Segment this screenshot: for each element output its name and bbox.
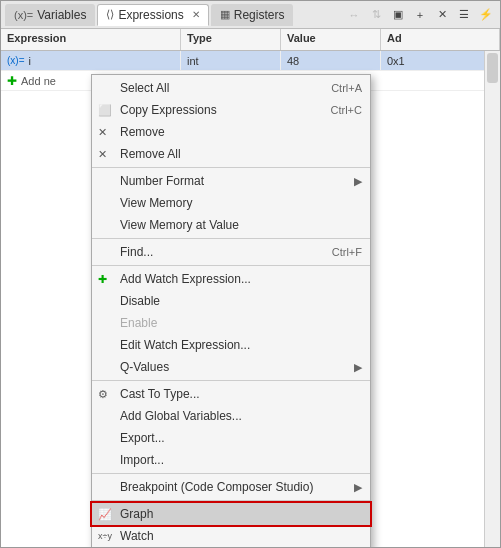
tab-variables[interactable]: (x)= Variables [5,4,95,26]
cell-expression: (x)= i [1,51,181,70]
menu-import-label: Import... [120,453,164,467]
col-type: Type [181,29,281,50]
sep-4 [92,380,370,381]
menu-find[interactable]: Find... Ctrl+F [92,241,370,263]
tab-registers[interactable]: ▦ Registers [211,4,294,26]
scroll-thumb [487,53,498,83]
copy-icon: ⬜ [98,104,112,117]
menu-select-all[interactable]: Select All Ctrl+A [92,77,370,99]
sep-1 [92,167,370,168]
toolbar-btn-4[interactable]: + [410,5,430,25]
add-watch-icon: ✚ [98,273,107,286]
tab-expressions[interactable]: ⟨⟩ Expressions ✕ [97,4,208,26]
cast-icon: ⚙ [98,388,108,401]
menu-graph-label: Graph [120,507,153,521]
menu-edit-watch-label: Edit Watch Expression... [120,338,250,352]
col-addr: Ad [381,29,500,50]
toolbar-btn-1[interactable]: ↔ [344,5,364,25]
expr-var-icon: (x)= [7,55,25,66]
menu-number-format-label: Number Format [120,174,204,188]
add-icon: ✚ [7,74,17,88]
toolbar: ↔ ⇅ ▣ + ✕ ☰ ⚡ [344,5,496,25]
menu-number-format[interactable]: Number Format ▶ [92,170,370,192]
menu-export[interactable]: Export... [92,427,370,449]
watch-icon: x÷y [98,531,112,541]
variables-icon: (x)= [14,9,33,21]
remove-all-icon: ✕ [98,148,107,161]
menu-add-global-variables[interactable]: Add Global Variables... [92,405,370,427]
menu-edit-watch-expression[interactable]: Edit Watch Expression... [92,334,370,356]
menu-remove-all-label: Remove All [120,147,181,161]
toolbar-btn-3[interactable]: ▣ [388,5,408,25]
col-value: Value [281,29,381,50]
sep-2 [92,238,370,239]
menu-find-shortcut: Ctrl+F [332,246,362,258]
menu-view-memory-at-value-label: View Memory at Value [120,218,239,232]
sep-3 [92,265,370,266]
registers-icon: ▦ [220,8,230,21]
menu-view-memory[interactable]: View Memory [92,192,370,214]
menu-view-memory-label: View Memory [120,196,192,210]
cell-value: 48 [281,51,381,70]
menu-add-watch-label: Add Watch Expression... [120,272,251,286]
table-row[interactable]: (x)= i int 48 0x1 [1,51,500,71]
menu-remove-all[interactable]: ✕ Remove All [92,143,370,165]
menu-disable[interactable]: Disable [92,290,370,312]
menu-enable-label: Enable [120,316,157,330]
cell-type: int [181,51,281,70]
menu-import[interactable]: Import... [92,449,370,471]
menu-cast-label: Cast To Type... [120,387,200,401]
menu-breakpoint[interactable]: Breakpoint (Code Composer Studio) ▶ [92,476,370,498]
menu-copy-shortcut: Ctrl+C [331,104,362,116]
context-menu: Select All Ctrl+A ⬜ Copy Expressions Ctr… [91,74,371,547]
col-expression: Expression [1,29,181,50]
sep-6 [92,500,370,501]
menu-add-global-label: Add Global Variables... [120,409,242,423]
menu-q-values[interactable]: Q-Values ▶ [92,356,370,378]
toolbar-btn-2[interactable]: ⇅ [366,5,386,25]
menu-q-values-label: Q-Values [120,360,169,374]
menu-watch-label: Watch [120,529,154,543]
tab-variables-label: Variables [37,8,86,22]
toolbar-btn-5[interactable]: ✕ [432,5,452,25]
add-row-label: Add ne [21,75,56,87]
tab-registers-label: Registers [234,8,285,22]
expressions-icon: ⟨⟩ [106,8,114,21]
q-values-arrow: ▶ [354,361,362,374]
toolbar-btn-7[interactable]: ⚡ [476,5,496,25]
number-format-arrow: ▶ [354,175,362,188]
tab-bar: (x)= Variables ⟨⟩ Expressions ✕ ▦ Regist… [1,1,500,29]
menu-add-watch-expression[interactable]: ✚ Add Watch Expression... [92,268,370,290]
menu-view-memory-at-value[interactable]: View Memory at Value [92,214,370,236]
menu-find-label: Find... [120,245,153,259]
menu-graph[interactable]: 📈 Graph [92,503,370,525]
menu-cast-to-type[interactable]: ⚙ Cast To Type... [92,383,370,405]
menu-disable-label: Disable [120,294,160,308]
graph-icon: 📈 [98,508,112,521]
cell-addr: 0x1 [381,51,500,70]
tab-expressions-label: Expressions [118,8,183,22]
menu-watch[interactable]: x÷y Watch [92,525,370,547]
menu-select-all-shortcut: Ctrl+A [331,82,362,94]
menu-remove-label: Remove [120,125,165,139]
menu-copy-expressions[interactable]: ⬜ Copy Expressions Ctrl+C [92,99,370,121]
menu-breakpoint-label: Breakpoint (Code Composer Studio) [120,480,313,494]
main-panel: (x)= Variables ⟨⟩ Expressions ✕ ▦ Regist… [0,0,501,548]
menu-remove[interactable]: ✕ Remove [92,121,370,143]
expr-value: i [29,55,31,67]
sep-5 [92,473,370,474]
toolbar-btn-6[interactable]: ☰ [454,5,474,25]
menu-export-label: Export... [120,431,165,445]
menu-select-all-label: Select All [120,81,169,95]
table-header: Expression Type Value Ad [1,29,500,51]
menu-copy-label: Copy Expressions [120,103,217,117]
scrollbar[interactable] [484,51,500,547]
menu-enable[interactable]: Enable [92,312,370,334]
breakpoint-arrow: ▶ [354,481,362,494]
table-area: Expression Type Value Ad (x)= i int 48 0… [1,29,500,547]
remove-icon: ✕ [98,126,107,139]
tab-expressions-close[interactable]: ✕ [192,9,200,20]
